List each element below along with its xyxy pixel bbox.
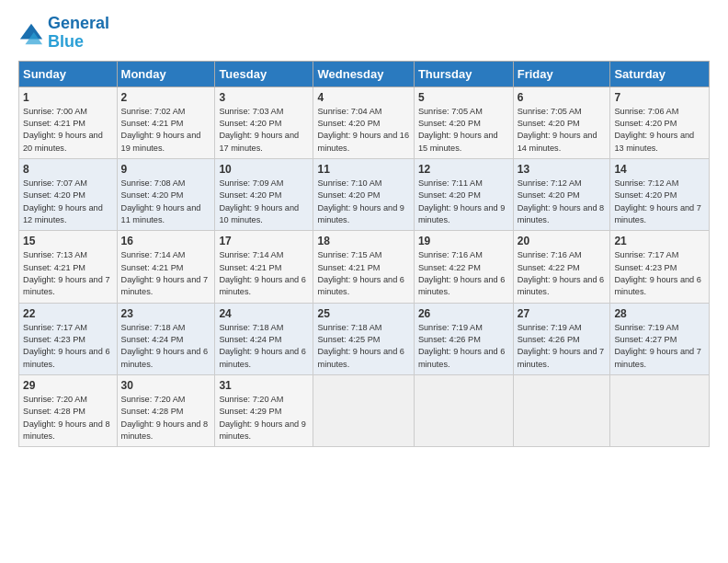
sunrise-label: Sunrise: 7:02 AM (121, 107, 186, 116)
day-number: 21 (614, 235, 705, 247)
calendar-cell: 2 Sunrise: 7:02 AM Sunset: 4:21 PM Dayli… (117, 86, 215, 158)
sunrise-label: Sunrise: 7:19 AM (614, 323, 678, 332)
sunrise-label: Sunrise: 7:18 AM (317, 323, 381, 332)
day-info: Sunrise: 7:16 AM Sunset: 4:22 PM Dayligh… (418, 249, 509, 298)
day-info: Sunrise: 7:07 AM Sunset: 4:20 PM Dayligh… (23, 178, 113, 226)
daylight-label: Daylight: 9 hours and 7 minutes. (23, 275, 110, 296)
day-info: Sunrise: 7:14 AM Sunset: 4:21 PM Dayligh… (219, 249, 309, 298)
sunset-label: Sunset: 4:22 PM (518, 263, 580, 272)
weekday-header-monday: Monday (117, 61, 215, 86)
calendar-cell: 10 Sunrise: 7:09 AM Sunset: 4:20 PM Dayl… (215, 158, 313, 230)
day-info: Sunrise: 7:10 AM Sunset: 4:20 PM Dayligh… (317, 178, 409, 226)
day-number: 6 (518, 91, 607, 104)
sunset-label: Sunset: 4:27 PM (614, 335, 677, 344)
day-number: 9 (121, 163, 211, 176)
day-number: 24 (219, 307, 309, 320)
day-info: Sunrise: 7:12 AM Sunset: 4:20 PM Dayligh… (614, 178, 705, 226)
calendar-week-4: 22 Sunrise: 7:17 AM Sunset: 4:23 PM Dayl… (19, 303, 710, 374)
day-number: 11 (317, 163, 409, 176)
day-number: 28 (614, 307, 705, 320)
calendar-cell: 29 Sunrise: 7:20 AM Sunset: 4:28 PM Dayl… (19, 375, 118, 447)
sunrise-label: Sunrise: 7:17 AM (23, 323, 87, 332)
daylight-label: Daylight: 9 hours and 6 minutes. (418, 275, 506, 296)
day-number: 17 (219, 235, 309, 247)
sunrise-label: Sunrise: 7:09 AM (219, 178, 283, 188)
calendar-cell: 9 Sunrise: 7:08 AM Sunset: 4:20 PM Dayli… (117, 158, 215, 230)
daylight-label: Daylight: 9 hours and 6 minutes. (219, 347, 306, 368)
day-number: 15 (23, 235, 113, 247)
day-number: 30 (121, 379, 211, 392)
day-number: 12 (418, 163, 509, 176)
daylight-label: Daylight: 9 hours and 14 minutes. (518, 131, 597, 152)
day-number: 14 (614, 163, 705, 176)
logo-text: General Blue (48, 15, 109, 52)
sunset-label: Sunset: 4:20 PM (121, 190, 184, 200)
day-info: Sunrise: 7:03 AM Sunset: 4:20 PM Dayligh… (219, 106, 309, 155)
day-info: Sunrise: 7:19 AM Sunset: 4:26 PM Dayligh… (418, 322, 509, 371)
calendar-cell: 23 Sunrise: 7:18 AM Sunset: 4:24 PM Dayl… (117, 303, 215, 374)
daylight-label: Daylight: 9 hours and 8 minutes. (518, 203, 605, 224)
calendar-cell: 6 Sunrise: 7:05 AM Sunset: 4:20 PM Dayli… (513, 86, 610, 158)
day-info: Sunrise: 7:20 AM Sunset: 4:28 PM Dayligh… (23, 394, 113, 442)
sunset-label: Sunset: 4:22 PM (418, 263, 481, 272)
calendar-cell: 21 Sunrise: 7:17 AM Sunset: 4:23 PM Dayl… (610, 231, 710, 303)
day-info: Sunrise: 7:18 AM Sunset: 4:24 PM Dayligh… (121, 322, 211, 371)
day-number: 7 (614, 91, 705, 104)
day-number: 26 (418, 307, 509, 320)
calendar-cell: 27 Sunrise: 7:19 AM Sunset: 4:26 PM Dayl… (513, 303, 610, 374)
sunset-label: Sunset: 4:20 PM (614, 190, 677, 200)
daylight-label: Daylight: 9 hours and 7 minutes. (518, 347, 605, 368)
day-info: Sunrise: 7:17 AM Sunset: 4:23 PM Dayligh… (23, 322, 113, 371)
calendar-cell (414, 375, 513, 447)
daylight-label: Daylight: 9 hours and 6 minutes. (518, 275, 605, 296)
sunrise-label: Sunrise: 7:14 AM (219, 250, 283, 259)
sunrise-label: Sunrise: 7:17 AM (614, 250, 678, 259)
calendar-cell (610, 375, 710, 447)
calendar-cell: 12 Sunrise: 7:11 AM Sunset: 4:20 PM Dayl… (414, 158, 513, 230)
weekday-header-tuesday: Tuesday (215, 61, 313, 86)
day-info: Sunrise: 7:18 AM Sunset: 4:25 PM Dayligh… (317, 322, 409, 371)
day-number: 22 (23, 307, 113, 320)
sunset-label: Sunset: 4:24 PM (121, 335, 184, 344)
sunset-label: Sunset: 4:20 PM (518, 119, 580, 128)
sunset-label: Sunset: 4:20 PM (418, 119, 481, 128)
sunrise-label: Sunrise: 7:20 AM (121, 395, 186, 404)
sunrise-label: Sunrise: 7:05 AM (518, 107, 582, 116)
calendar-cell: 3 Sunrise: 7:03 AM Sunset: 4:20 PM Dayli… (215, 86, 313, 158)
calendar-cell: 15 Sunrise: 7:13 AM Sunset: 4:21 PM Dayl… (19, 231, 118, 303)
calendar-cell (313, 375, 414, 447)
day-info: Sunrise: 7:16 AM Sunset: 4:22 PM Dayligh… (518, 249, 607, 298)
daylight-label: Daylight: 9 hours and 7 minutes. (614, 347, 701, 368)
calendar-cell: 14 Sunrise: 7:12 AM Sunset: 4:20 PM Dayl… (610, 158, 710, 230)
sunset-label: Sunset: 4:26 PM (518, 335, 580, 344)
daylight-label: Daylight: 9 hours and 11 minutes. (121, 203, 201, 224)
sunrise-label: Sunrise: 7:16 AM (418, 250, 483, 259)
day-info: Sunrise: 7:19 AM Sunset: 4:26 PM Dayligh… (518, 322, 607, 371)
day-number: 31 (219, 379, 309, 392)
calendar-cell: 11 Sunrise: 7:10 AM Sunset: 4:20 PM Dayl… (313, 158, 414, 230)
sunrise-label: Sunrise: 7:11 AM (418, 178, 483, 188)
day-number: 20 (518, 235, 607, 247)
daylight-label: Daylight: 9 hours and 6 minutes. (219, 275, 306, 296)
sunset-label: Sunset: 4:21 PM (219, 263, 281, 272)
day-number: 4 (317, 91, 409, 104)
day-info: Sunrise: 7:20 AM Sunset: 4:29 PM Dayligh… (219, 394, 309, 442)
day-info: Sunrise: 7:12 AM Sunset: 4:20 PM Dayligh… (518, 178, 607, 226)
daylight-label: Daylight: 9 hours and 9 minutes. (418, 203, 506, 224)
sunset-label: Sunset: 4:20 PM (317, 190, 380, 200)
weekday-header-thursday: Thursday (414, 61, 513, 86)
sunset-label: Sunset: 4:21 PM (317, 263, 380, 272)
daylight-label: Daylight: 9 hours and 7 minutes. (121, 275, 209, 296)
logo-icon (18, 20, 44, 46)
sunrise-label: Sunrise: 7:19 AM (418, 323, 483, 332)
calendar-cell: 4 Sunrise: 7:04 AM Sunset: 4:20 PM Dayli… (313, 86, 414, 158)
day-info: Sunrise: 7:17 AM Sunset: 4:23 PM Dayligh… (614, 249, 705, 298)
sunrise-label: Sunrise: 7:12 AM (614, 178, 678, 188)
day-number: 3 (219, 91, 309, 104)
calendar-cell: 17 Sunrise: 7:14 AM Sunset: 4:21 PM Dayl… (215, 231, 313, 303)
day-number: 25 (317, 307, 409, 320)
sunrise-label: Sunrise: 7:12 AM (518, 178, 582, 188)
day-info: Sunrise: 7:02 AM Sunset: 4:21 PM Dayligh… (121, 106, 211, 155)
day-info: Sunrise: 7:05 AM Sunset: 4:20 PM Dayligh… (418, 106, 509, 155)
day-number: 29 (23, 379, 113, 392)
